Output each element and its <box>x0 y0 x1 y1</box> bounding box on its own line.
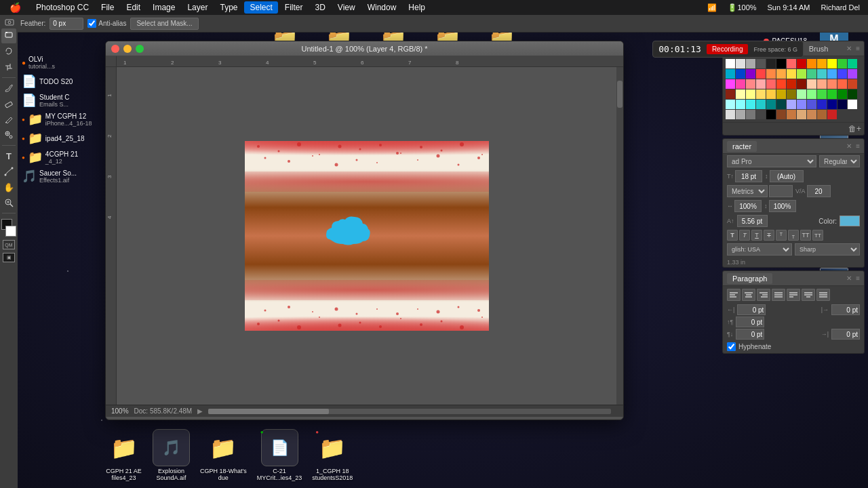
swatch[interactable] <box>807 110 816 119</box>
sidebar-item-4cgph[interactable]: ● 📁 4CGPH 21 _4_12 <box>19 148 100 166</box>
swatch[interactable] <box>848 79 857 89</box>
swatch[interactable] <box>797 59 806 68</box>
swatch[interactable] <box>736 69 745 79</box>
swatch[interactable] <box>848 100 857 109</box>
swatch[interactable] <box>756 69 766 79</box>
swatch[interactable] <box>776 89 786 99</box>
swatch[interactable] <box>746 59 755 68</box>
dock-cgph18[interactable]: 📁 CGPH 18-What'sdue <box>200 429 247 481</box>
tracking-select[interactable]: Metrics <box>727 185 768 197</box>
scrollbar-v[interactable] <box>616 67 623 405</box>
font-style-select[interactable]: Regular <box>819 155 860 167</box>
swatch[interactable] <box>817 89 827 99</box>
panel-icon-2[interactable]: + <box>856 124 861 134</box>
background-color[interactable] <box>5 226 16 237</box>
tab-brush[interactable]: Brush <box>804 43 834 54</box>
menu-help[interactable]: Help <box>403 1 431 14</box>
swatch[interactable] <box>776 100 786 109</box>
swatch[interactable] <box>736 110 745 119</box>
dock-cgph21[interactable]: 📁 CGPH 21 AEfiles4_23 <box>105 429 142 481</box>
swatch[interactable] <box>776 69 786 79</box>
scale-h-input[interactable] <box>734 200 762 212</box>
justify-last-left-btn[interactable] <box>787 289 800 301</box>
swatch[interactable] <box>756 100 766 109</box>
swatch[interactable] <box>837 100 847 109</box>
swatch[interactable] <box>807 59 816 68</box>
dock-explosion[interactable]: 🎵 ExplosionSoundA.aif <box>153 429 190 481</box>
swatch[interactable] <box>797 110 806 119</box>
bold-btn[interactable]: T <box>727 230 738 241</box>
swatch[interactable] <box>837 69 847 79</box>
swatch[interactable] <box>726 100 735 109</box>
aa-select[interactable]: Sharp <box>795 243 860 256</box>
sidebar-item-student[interactable]: 📄 Student C Emails S... <box>19 92 100 109</box>
swatch[interactable] <box>736 100 745 109</box>
language-select[interactable]: glish: USA <box>727 243 792 256</box>
swatch[interactable] <box>787 100 796 109</box>
swatch[interactable] <box>766 69 776 79</box>
space-after-input[interactable] <box>736 329 764 340</box>
swatch[interactable] <box>766 59 776 68</box>
swatch[interactable] <box>787 79 796 89</box>
swatch[interactable] <box>726 89 735 99</box>
swatch[interactable] <box>827 79 837 89</box>
swatch[interactable] <box>726 110 735 119</box>
dock-1cgph18[interactable]: ● 📁 1_CGPH 18studentsS2018 <box>312 429 353 481</box>
leading-input[interactable] <box>770 170 804 182</box>
swatch[interactable] <box>807 69 816 79</box>
tool-type[interactable]: T <box>1 148 16 163</box>
justify-all-btn[interactable] <box>816 289 830 301</box>
swatch[interactable] <box>827 59 837 68</box>
indent-right-input[interactable] <box>831 304 860 315</box>
scrollbar-thumb-v[interactable] <box>617 81 623 108</box>
align-center-btn[interactable] <box>742 289 755 301</box>
swatch[interactable] <box>756 79 766 89</box>
swatch[interactable] <box>776 79 786 89</box>
justify-last-center-btn[interactable] <box>802 289 815 301</box>
tool-hand[interactable]: ✋ <box>1 180 16 195</box>
font-family-select[interactable]: ad Pro <box>727 155 816 167</box>
swatch[interactable] <box>736 79 745 89</box>
menu-file[interactable]: File <box>96 1 119 14</box>
swatch[interactable] <box>736 59 745 68</box>
kerning-input[interactable] <box>807 185 831 197</box>
swatch[interactable] <box>797 89 806 99</box>
close-btn[interactable] <box>111 45 119 53</box>
sidebar-item-saucer[interactable]: 🎵 Saucer So... Effects1.aif <box>19 167 100 185</box>
sidebar-item-ipad[interactable]: ● 📁 ipad4_25_18 <box>19 129 100 147</box>
tool-eraser[interactable] <box>1 96 16 111</box>
tool-brush[interactable] <box>1 81 16 96</box>
swatch[interactable] <box>766 100 776 109</box>
minimize-btn[interactable] <box>123 45 132 53</box>
swatch[interactable] <box>756 59 766 68</box>
swatch[interactable] <box>787 110 796 119</box>
para-panel-menu[interactable]: ≡ <box>856 274 860 282</box>
swatch[interactable] <box>837 89 847 99</box>
allcaps-btn[interactable]: TT <box>800 230 811 241</box>
para-panel-close[interactable]: ✕ <box>845 274 853 283</box>
tab-paragraph[interactable]: Paragraph <box>727 273 772 284</box>
sidebar-item-olvi[interactable]: ● OLVi tutorial...s <box>19 54 100 71</box>
swatch[interactable] <box>746 89 755 99</box>
tool-path[interactable] <box>1 164 16 179</box>
strikethrough-btn[interactable]: T <box>764 230 774 241</box>
anti-alias-check[interactable]: Anti-alias <box>87 19 126 28</box>
swatches-panel-menu[interactable]: ≡ <box>856 45 860 52</box>
swatch[interactable] <box>817 69 827 79</box>
menu-filter[interactable]: Filter <box>279 1 309 14</box>
swatch[interactable] <box>787 89 796 99</box>
menu-layer[interactable]: Layer <box>182 1 213 14</box>
swatch[interactable] <box>756 110 766 119</box>
font-size-input[interactable] <box>735 170 762 182</box>
sidebar-item-todo[interactable]: 📄 TODO S20 <box>19 73 100 90</box>
baseline-input[interactable] <box>737 215 768 227</box>
swatch[interactable] <box>837 79 847 89</box>
screen-mode-btn[interactable]: ▣ <box>3 253 15 262</box>
swatch[interactable] <box>807 100 816 109</box>
dock-c21[interactable]: ● 📄 C-21MYCrit...ies4_23 <box>257 429 302 481</box>
space-before-input[interactable] <box>736 317 764 327</box>
swatch[interactable] <box>726 79 735 89</box>
feather-input[interactable] <box>50 18 83 30</box>
menu-edit[interactable]: Edit <box>121 1 146 14</box>
char-panel-menu[interactable]: ≡ <box>856 142 860 150</box>
